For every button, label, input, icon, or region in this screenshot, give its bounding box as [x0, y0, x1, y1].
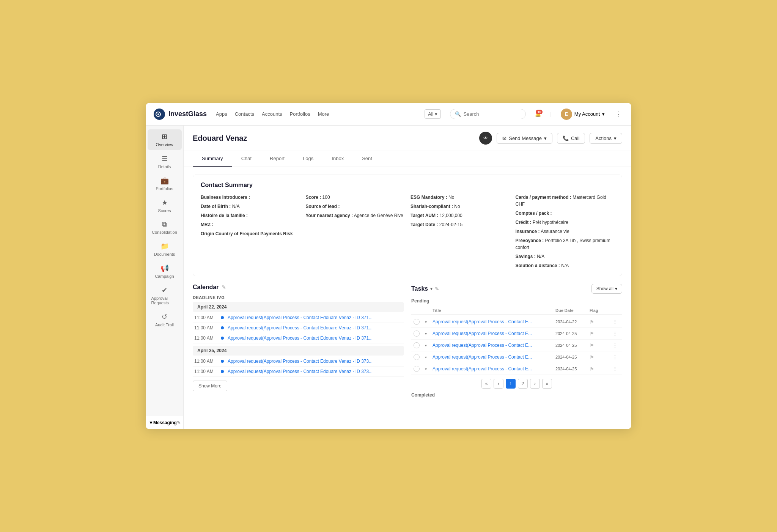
search-input[interactable] — [463, 111, 520, 117]
calendar-event-row: 11:00 AM Approval request(Approval Proce… — [193, 367, 404, 377]
sidebar-item-scores[interactable]: ★ Scores — [148, 195, 182, 216]
content-area: Contact Summary Business Introducers : D… — [184, 167, 631, 405]
tab-sent[interactable]: Sent — [353, 151, 381, 167]
logo-icon — [153, 108, 165, 120]
tasks-header: Tasks ▾ ✎ Show all ▾ — [411, 284, 622, 294]
tab-report[interactable]: Report — [261, 151, 294, 167]
summary-row: Insurance : Assurance vie — [516, 228, 615, 235]
nav-link-contacts[interactable]: Contacts — [235, 111, 254, 117]
pagination-first[interactable]: « — [481, 379, 491, 389]
more-dots-button[interactable]: ⋮ — [614, 110, 624, 118]
chevron-down-icon: ▾ — [435, 111, 437, 117]
task-title[interactable]: Approval request(Approval Process - Cont… — [433, 366, 555, 371]
tasks-table-header: Title Due Date Flag — [411, 307, 622, 315]
task-title[interactable]: Approval request(Approval Process - Cont… — [433, 354, 555, 360]
nav-link-portfolios[interactable]: Portfolios — [290, 111, 310, 117]
phone-icon: 📞 — [563, 135, 569, 141]
summary-row: Solution à distance : N/A — [516, 262, 615, 269]
tasks-edit-icon[interactable]: ✎ — [435, 286, 439, 292]
summary-grid: Business Introducers : Date of Birth : N… — [201, 194, 614, 269]
messaging-collapse-icon: ▼ — [149, 420, 153, 425]
task-chevron-icon[interactable]: ▾ — [425, 320, 433, 324]
event-title[interactable]: Approval request(Approval Process - Cont… — [228, 315, 402, 320]
show-more-button[interactable]: Show More — [193, 381, 227, 391]
task-chevron-icon[interactable]: ▾ — [425, 367, 433, 371]
messaging-bar[interactable]: ▼ Messaging ✎ — [146, 416, 183, 429]
summary-col-3: ESG Mandatory : No Shariah-compliant : N… — [411, 194, 510, 269]
pagination-prev[interactable]: ‹ — [494, 379, 503, 389]
sidebar-item-consolidation[interactable]: ⧉ Consolidation — [148, 217, 182, 238]
task-flag-icon[interactable]: ⚑ — [590, 366, 612, 372]
summary-row: Savings : N/A — [516, 253, 615, 260]
task-title[interactable]: Approval request(Approval Process - Cont… — [433, 343, 555, 348]
pagination-last[interactable]: » — [542, 379, 552, 389]
sidebar-item-portfolios[interactable]: 💼 Portfolios — [148, 173, 182, 194]
task-flag-icon[interactable]: ⚑ — [590, 331, 612, 337]
task-checkbox-1[interactable] — [414, 319, 420, 325]
logo[interactable]: InvestGlass — [153, 108, 207, 120]
sidebar-item-documents[interactable]: 📁 Documents — [148, 239, 182, 260]
task-checkbox-5[interactable] — [414, 366, 420, 372]
task-flag-icon[interactable]: ⚑ — [590, 354, 612, 360]
pagination-next[interactable]: › — [530, 379, 540, 389]
sidebar-item-campaign[interactable]: 📢 Campaign — [148, 261, 182, 282]
tab-inbox[interactable]: Inbox — [322, 151, 353, 167]
bottom-section: Calendar ✎ Deadline IVG April 22, 2024 1… — [193, 284, 622, 398]
task-checkbox-3[interactable] — [414, 342, 420, 348]
notification-bell[interactable]: 🔔 10 — [535, 111, 541, 117]
approval-icon: ✔ — [162, 286, 167, 294]
event-title[interactable]: Approval request(Approval Process - Cont… — [228, 335, 402, 341]
task-flag-icon[interactable]: ⚑ — [590, 319, 612, 325]
event-title[interactable]: Approval request(Approval Process - Cont… — [228, 359, 402, 364]
actions-chevron-icon: ▾ — [614, 135, 617, 141]
task-more-icon[interactable]: ⋮ — [612, 354, 620, 360]
sidebar-item-details[interactable]: ☰ Details — [148, 151, 182, 172]
hide-button[interactable]: 👁 — [479, 132, 492, 145]
notification-badge: 10 — [536, 110, 543, 114]
event-title[interactable]: Approval request(Approval Process - Cont… — [228, 325, 402, 331]
tab-logs[interactable]: Logs — [294, 151, 322, 167]
task-checkbox-4[interactable] — [414, 354, 420, 360]
event-dot-icon — [221, 316, 224, 319]
nav-link-accounts[interactable]: Accounts — [262, 111, 282, 117]
nav-link-more[interactable]: More — [318, 111, 329, 117]
task-flag-icon[interactable]: ⚑ — [590, 343, 612, 348]
task-more-icon[interactable]: ⋮ — [612, 331, 620, 337]
sidebar-item-overview[interactable]: ⊞ Overview — [148, 129, 182, 150]
all-dropdown[interactable]: All ▾ — [425, 109, 441, 119]
sidebar-label-details: Details — [158, 164, 171, 169]
sidebar-item-audit-trail[interactable]: ↺ Audit Trail — [148, 310, 182, 330]
task-title[interactable]: Approval request(Approval Process - Cont… — [433, 319, 555, 324]
tab-chat[interactable]: Chat — [232, 151, 261, 167]
pagination-page-1[interactable]: 1 — [506, 379, 516, 389]
nav-link-apps[interactable]: Apps — [216, 111, 227, 117]
messaging-edit-icon[interactable]: ✎ — [177, 420, 181, 425]
event-title[interactable]: Approval request(Approval Process - Cont… — [228, 369, 402, 374]
actions-label: Actions — [595, 135, 612, 141]
task-more-icon[interactable]: ⋮ — [612, 342, 620, 348]
show-all-button[interactable]: Show all ▾ — [591, 284, 622, 294]
task-checkbox-2[interactable] — [414, 331, 420, 337]
calendar-event-row: 11:00 AM Approval request(Approval Proce… — [193, 333, 404, 343]
tasks-dropdown-icon[interactable]: ▾ — [430, 286, 433, 291]
actions-button[interactable]: Actions ▾ — [590, 133, 622, 144]
messaging-label: Messaging — [153, 420, 177, 425]
task-more-icon[interactable]: ⋮ — [612, 319, 620, 325]
my-account-section[interactable]: E My Account ▾ — [561, 109, 605, 120]
call-button[interactable]: 📞 Call — [557, 133, 585, 144]
task-more-icon[interactable]: ⋮ — [612, 366, 620, 372]
consolidation-icon: ⧉ — [162, 220, 167, 228]
tab-summary[interactable]: Summary — [193, 151, 232, 167]
send-message-button[interactable]: ✉ Send Message ▾ — [497, 133, 552, 144]
task-chevron-icon[interactable]: ▾ — [425, 332, 433, 336]
sidebar-label-consolidation: Consolidation — [152, 230, 177, 235]
sidebar-item-approval-requests[interactable]: ✔ Approval Requests — [148, 283, 182, 308]
documents-icon: 📁 — [160, 242, 169, 250]
search-bar[interactable]: 🔍 — [450, 109, 526, 119]
pagination-page-2[interactable]: 2 — [518, 379, 528, 389]
task-title[interactable]: Approval request(Approval Process - Cont… — [433, 331, 555, 336]
task-chevron-icon[interactable]: ▾ — [425, 355, 433, 359]
pagination: « ‹ 1 2 › » — [411, 379, 622, 389]
calendar-edit-icon[interactable]: ✎ — [222, 284, 226, 290]
task-chevron-icon[interactable]: ▾ — [425, 343, 433, 348]
